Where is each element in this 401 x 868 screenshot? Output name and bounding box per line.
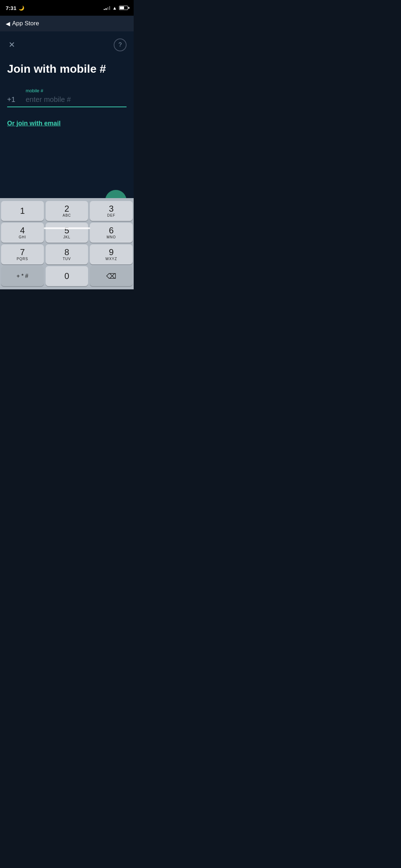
header-row: ✕ ? bbox=[7, 38, 127, 51]
close-button[interactable]: ✕ bbox=[7, 39, 16, 51]
app-store-label: App Store bbox=[12, 20, 39, 27]
key-delete[interactable]: ⌫ bbox=[90, 266, 133, 286]
main-content: ✕ ? Join with mobile # mobile # +1 Or jo… bbox=[0, 31, 134, 222]
status-right: ▲ bbox=[104, 5, 128, 11]
key-9[interactable]: 9 WXYZ bbox=[90, 244, 133, 264]
back-arrow-icon[interactable]: ◀ bbox=[6, 20, 10, 27]
help-button[interactable]: ? bbox=[114, 38, 127, 51]
key-8[interactable]: 8 TUV bbox=[46, 244, 88, 264]
home-bar bbox=[44, 227, 90, 229]
keyboard: 1 2 ABC 3 DEF 4 GHI 5 JKL 6 MNO 7 PQRS bbox=[0, 198, 134, 289]
phone-input-label: mobile # bbox=[26, 88, 127, 93]
key-1[interactable]: 1 bbox=[1, 201, 44, 221]
mobile-input[interactable] bbox=[26, 95, 127, 104]
battery-icon bbox=[119, 6, 128, 10]
wifi-icon: ▲ bbox=[112, 5, 117, 11]
status-bar: 7:31 🌙 ▲ bbox=[0, 0, 134, 16]
key-3[interactable]: 3 DEF bbox=[90, 201, 133, 221]
app-store-bar[interactable]: ◀ App Store bbox=[0, 16, 134, 31]
key-4[interactable]: 4 GHI bbox=[1, 223, 44, 243]
phone-input-section: mobile # +1 bbox=[7, 88, 127, 107]
keyboard-row-3: 7 PQRS 8 TUV 9 WXYZ bbox=[1, 244, 133, 264]
status-time: 7:31 bbox=[6, 5, 16, 11]
phone-input-row[interactable]: +1 bbox=[7, 95, 127, 107]
key-7[interactable]: 7 PQRS bbox=[1, 244, 44, 264]
status-left: 7:31 🌙 bbox=[6, 5, 24, 11]
keyboard-row-2: 4 GHI 5 JKL 6 MNO bbox=[1, 223, 133, 243]
key-2[interactable]: 2 ABC bbox=[46, 201, 88, 221]
key-5[interactable]: 5 JKL bbox=[46, 223, 88, 243]
page-title: Join with mobile # bbox=[7, 62, 127, 76]
country-code: +1 bbox=[7, 95, 21, 104]
join-email-link[interactable]: Or join with email bbox=[7, 120, 61, 127]
moon-icon: 🌙 bbox=[19, 5, 24, 11]
key-0[interactable]: 0 bbox=[46, 266, 88, 286]
keyboard-row-4: + * # 0 ⌫ bbox=[1, 266, 133, 286]
key-special[interactable]: + * # bbox=[1, 266, 44, 286]
signal-icon bbox=[104, 6, 110, 10]
key-6[interactable]: 6 MNO bbox=[90, 223, 133, 243]
keyboard-row-1: 1 2 ABC 3 DEF bbox=[1, 201, 133, 221]
